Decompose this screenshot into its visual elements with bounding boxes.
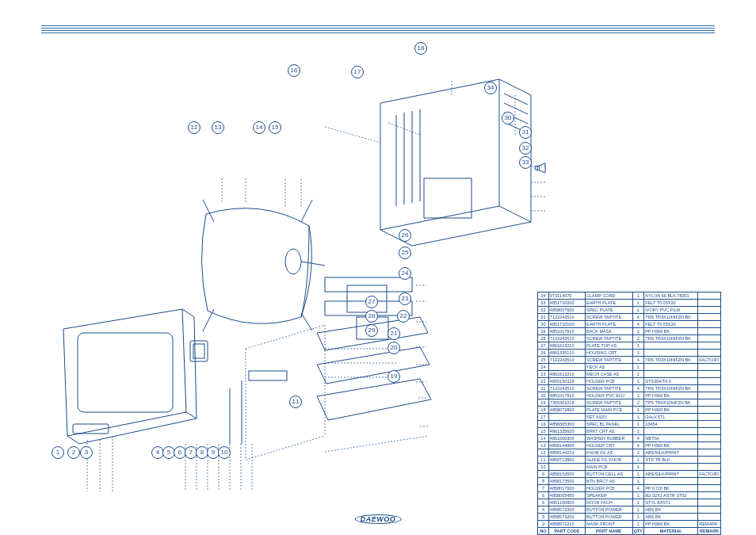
callout-32: 32 (519, 142, 532, 155)
svg-point-7 (285, 249, 301, 274)
callout-26: 26 (399, 229, 411, 242)
parts-row: 274861613210PLATE TOP AS1 (538, 342, 721, 350)
parts-row: 197355301018SCREW TAPTITE2TPS TR4X10NIFZ… (538, 399, 721, 407)
parts-row: 84858173500BTN BRCT AS1 (538, 478, 721, 485)
svg-line-14 (504, 94, 528, 105)
callout-23: 23 (399, 292, 411, 305)
col-name: PART NAME (586, 528, 632, 535)
parts-row: 114850712800GUIDE F/L KNOB1STS TR BLK (538, 457, 721, 464)
parts-row: 24TECK AS1 (538, 364, 721, 371)
parts-row: 164858305300SPEC BL PANEL113454 (538, 421, 721, 428)
parts-row: 234861613210MECH CASE AS1 (538, 371, 721, 378)
col-no: NO (538, 528, 549, 535)
callout-10: 10 (218, 446, 231, 459)
svg-line-37 (325, 127, 380, 143)
parts-row: 44858573200BUTTON POWER1ABS BK (538, 506, 721, 514)
parts-row: 287122243510SCREW TAPTITE2TRS TR3X10NIFZ… (538, 335, 721, 342)
svg-rect-19 (325, 277, 412, 292)
callout-2: 2 (67, 446, 80, 459)
col-rmk: REMARK (698, 528, 721, 535)
callout-21: 21 (388, 327, 400, 340)
parts-row: 204851017910HOLDER PVC EOJ1PP H360 BK (538, 392, 721, 399)
callout-33: 33 (519, 156, 532, 169)
parts-row: 54851100800DOOR FACH1STYL BX571 (538, 499, 721, 506)
callout-31: 31 (519, 126, 532, 139)
callout-20: 20 (388, 342, 400, 354)
exploded-diagram (24, 48, 531, 491)
parts-row: 10MAIN PCB1 (538, 464, 721, 471)
parts-row: 34973114070CLAMP CORD1NYLON 66 BLK 78301 (538, 292, 721, 300)
callout-11: 11 (289, 396, 302, 408)
callout-34: 34 (484, 82, 497, 94)
callout-1: 1 (52, 446, 64, 459)
callout-19: 19 (388, 370, 400, 383)
callout-30: 30 (502, 112, 514, 124)
callout-29: 29 (365, 324, 378, 337)
callout-3: 3 (80, 446, 93, 459)
col-qty: QTY (632, 528, 644, 535)
parts-row: 17SET ASSY1GALV.STL (538, 414, 721, 421)
parts-row: 154861335920BRKT CRT AS1 (538, 428, 721, 435)
svg-rect-9 (424, 178, 472, 218)
callout-24: 24 (399, 267, 411, 280)
parts-row: 217122243510SCREW TAPTITE4TRS TR3X10NIFZ… (538, 385, 721, 392)
svg-rect-6 (249, 371, 287, 380)
parts-row: 134858144900HOLDER CRT4PP H360 BK (538, 442, 721, 449)
callout-12: 12 (188, 121, 200, 134)
parts-row: 317122243510SCREW TAPTITE4TRS TR3X10NIFZ… (538, 314, 721, 321)
callout-13: 13 (212, 121, 224, 134)
svg-line-51 (325, 436, 428, 452)
parts-header-row: NO PART CODE PART NAME QTY MATERIAL REMA… (538, 528, 721, 535)
callout-16: 16 (288, 64, 300, 77)
callout-27: 27 (365, 296, 378, 308)
svg-line-58 (246, 436, 325, 460)
parts-list-table: 34973114070CLAMP CORD1NYLON 66 BLK 78301… (537, 292, 721, 535)
svg-line-8 (301, 262, 325, 266)
parts-row: 34858573200BUTTON POWER1ABS BK (538, 514, 721, 521)
parts-row: 124858144223KNOB F/L AS1ABS/SILK/PRINT (538, 449, 721, 457)
parts-row: 294851017910BACK MASK1PP H360 BK (538, 328, 721, 335)
parts-row: 264861335110HOUSING CRT1 (538, 350, 721, 357)
header-rule-lines (41, 25, 715, 35)
parts-row: 74858017000HOLDER PCB4PP K720 BK (538, 485, 721, 492)
parts-row: 324858007600SPEC PLATE1IVORY PVC FILM (538, 307, 721, 314)
parts-row: 334851710200EARTH PLATE1FELT T0.05X20 (538, 300, 721, 307)
callout-18: 18 (414, 42, 427, 55)
callout-14: 14 (253, 121, 265, 134)
callout-17: 17 (351, 66, 364, 78)
col-code: PART CODE (548, 528, 585, 535)
parts-row: 64858005450SPEAKER18Ω 32X1 ASTR ST02 (538, 492, 721, 499)
callout-15: 15 (269, 121, 281, 134)
brand-logo: DAEWOO (355, 514, 402, 524)
parts-row: 224850150318HOLDER PCB1STS304/T4.0 (538, 378, 721, 385)
parts-row: 24858572210MASK FRONT1PP H360 BKREMARK (538, 521, 721, 528)
parts-row: 144861000300WASHER RUBBER4NB70A (538, 435, 721, 442)
parts-row: 94858153500BUTTON CELL AS1ABS/SILK/PRINT… (538, 471, 721, 478)
svg-rect-0 (78, 333, 173, 412)
callout-25: 25 (399, 246, 411, 259)
parts-row: 257122243510SCREW TAPTITE4TRS TR3X10NIFZ… (538, 357, 721, 364)
col-mat: MATERIAL (644, 528, 698, 535)
callout-28: 28 (365, 310, 378, 323)
parts-row: 184858072800PLATE MAIN PCE1PP H360 BK (538, 407, 721, 414)
svg-line-57 (246, 325, 325, 349)
parts-row: 304851710100EARTH PLATE4FELT T0.05X20 (538, 321, 721, 328)
callout-22: 22 (397, 310, 410, 323)
